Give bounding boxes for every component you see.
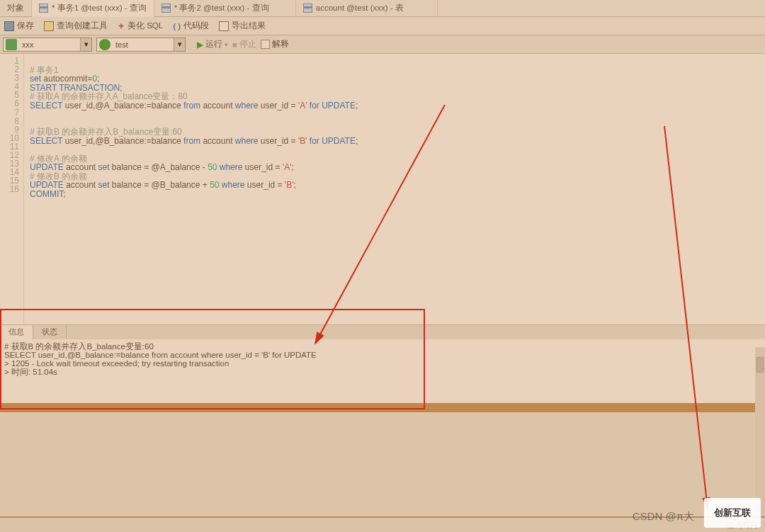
stop-button[interactable]: ■停止 xyxy=(232,39,256,50)
scrollbar[interactable] xyxy=(755,347,765,516)
tab-status[interactable]: 状态 xyxy=(33,325,67,339)
save-icon xyxy=(4,21,14,31)
chevron-down-icon[interactable]: ▾ xyxy=(225,41,228,48)
beautify-sql-button[interactable]: ✦美化 SQL xyxy=(118,21,163,31)
tab-objects[interactable]: 对象 xyxy=(0,0,32,16)
blank-area xyxy=(0,412,765,516)
table-icon xyxy=(303,4,312,13)
explain-icon xyxy=(261,40,270,49)
tab-label: * 事务2 @test (xxx) - 查询 xyxy=(174,3,269,13)
tab-label: 对象 xyxy=(7,3,24,13)
tab-label: account @test (xxx) - 表 xyxy=(316,3,404,13)
tab-account-table[interactable]: account @test (xxx) - 表 xyxy=(296,0,438,16)
export-result-button[interactable]: 导出结果 xyxy=(219,21,266,31)
play-icon: ▶ xyxy=(197,40,203,50)
connection-value: xxx xyxy=(19,40,80,49)
query-builder-button[interactable]: 查询创建工具 xyxy=(44,21,108,31)
chevron-down-icon[interactable]: ▾ xyxy=(174,38,185,51)
explain-button[interactable]: 解释 xyxy=(261,39,289,50)
export-icon xyxy=(219,21,229,31)
table-icon xyxy=(39,4,48,13)
tab-query2[interactable]: * 事务2 @test (xxx) - 查询 xyxy=(154,0,296,16)
connection-row: xxx ▾ test ▾ ▶运行▾ ■停止 解释 xyxy=(0,35,765,54)
stop-icon: ■ xyxy=(232,40,237,49)
main-toolbar: 保存 查询创建工具 ✦美化 SQL ( )代码段 导出结果 xyxy=(0,17,765,35)
chevron-down-icon[interactable]: ▾ xyxy=(80,38,91,51)
line-gutter: 1234 5678 9101112 13141516 xyxy=(0,54,24,324)
result-tabstrip: 信息 状态 xyxy=(0,325,765,339)
watermark-text: CSDN @π大 xyxy=(633,510,694,523)
corner-logo: 创新互联 xyxy=(704,498,761,528)
run-button[interactable]: ▶运行▾ xyxy=(197,39,228,50)
result-output[interactable]: # 获取B 的余额并存入B_balance变量:60 SELECT user_i… xyxy=(0,339,765,403)
tab-info[interactable]: 信息 xyxy=(0,325,33,339)
connection-combo[interactable]: xxx ▾ xyxy=(3,38,92,52)
database-combo[interactable]: test ▾ xyxy=(96,38,186,52)
save-button[interactable]: 保存 xyxy=(4,21,34,31)
code-area[interactable]: # 事务1 set autocommit=0; START TRANSACTIO… xyxy=(24,54,358,324)
tab-label: * 事务1 @test (xxx) - 查询 xyxy=(52,3,147,13)
query-icon xyxy=(44,21,54,31)
scrollbar-thumb[interactable] xyxy=(756,357,764,373)
brace-icon: ( ) xyxy=(173,22,181,30)
editor-tabstrip: 对象 * 事务1 @test (xxx) - 查询 * 事务2 @test (x… xyxy=(0,0,765,17)
code-snippet-button[interactable]: ( )代码段 xyxy=(173,21,209,31)
database-icon xyxy=(99,39,110,50)
server-icon xyxy=(6,39,17,50)
magic-icon: ✦ xyxy=(118,21,125,31)
table-icon xyxy=(162,4,171,13)
tab-query1[interactable]: * 事务1 @test (xxx) - 查询 xyxy=(32,0,154,17)
sql-editor[interactable]: 1234 5678 9101112 13141516 # 事务1 set aut… xyxy=(0,54,765,324)
result-panel: 信息 状态 # 获取B 的余额并存入B_balance变量:60 SELECT … xyxy=(0,324,765,403)
database-value: test xyxy=(113,40,174,49)
